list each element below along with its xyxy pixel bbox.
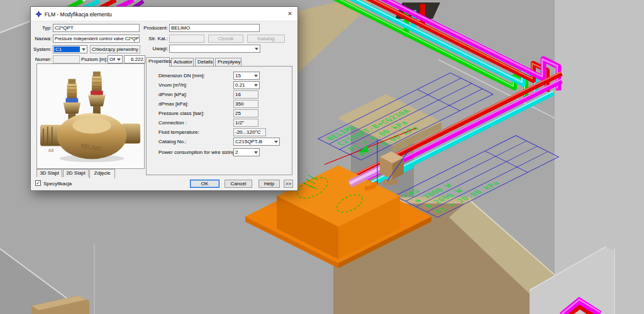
producent-field[interactable]: BELIMO	[169, 24, 260, 32]
flm-app-icon	[35, 11, 42, 18]
nazwa-label: Nazwa:	[33, 36, 52, 41]
property-label: dPmin [kPa]:	[158, 92, 187, 97]
tab-3d-slajd[interactable]: 3D Slajd	[36, 169, 62, 177]
ok-button[interactable]: OK	[190, 180, 219, 188]
katalog-button[interactable]: Katalog	[247, 35, 285, 43]
system-select[interactable]: C1	[53, 45, 87, 53]
chevron-down-icon	[254, 151, 258, 154]
tab-properties[interactable]: Properties	[146, 57, 170, 67]
tab-przeplywy[interactable]: Przepływy	[215, 58, 242, 66]
property-label: Pressure class [bar]:	[158, 111, 204, 116]
nazwa-field[interactable]: Pressure independent control valve C2*QP…	[53, 35, 140, 43]
property-label: Connection :	[158, 120, 187, 126]
property-label: Catalog No.:	[158, 139, 186, 144]
producent-label: Producent:	[140, 25, 168, 31]
chevron-down-icon	[255, 48, 258, 50]
system-label: System:	[33, 46, 52, 52]
uwagi-label: Uwagi:	[140, 46, 168, 51]
vnom-select[interactable]: 0.21	[233, 81, 260, 89]
dpmin-field: 16	[233, 90, 258, 99]
help-button[interactable]: Help	[258, 180, 280, 188]
chevron-down-icon	[254, 75, 258, 77]
property-label: Dimension DN [mm]:	[158, 73, 205, 78]
dimension-dn-select[interactable]: 15	[233, 72, 260, 80]
specyfikacja-label: Specyfikacja	[43, 181, 72, 187]
str-kat-field[interactable]	[169, 35, 204, 43]
property-label: dPmax [kPa]:	[158, 101, 189, 107]
close-icon[interactable]: ✕	[285, 9, 295, 19]
connection-field: 1/2"	[233, 119, 258, 127]
product-photo-frame: BELIMO A8	[36, 63, 145, 169]
property-label: Vnom [m³/h]:	[158, 82, 187, 88]
chevron-down-icon	[274, 141, 278, 143]
cancel-button[interactable]: Cancel	[225, 180, 252, 188]
system-description-field: Chłodzący pierwotny	[90, 45, 140, 53]
dpmax-field: 350	[233, 100, 258, 108]
poziom-ref-select[interactable]: OR	[108, 55, 123, 63]
more-button[interactable]: >>	[284, 180, 293, 188]
tab-actuator[interactable]: Actuator	[171, 58, 194, 66]
str-kat-label: Str. Kat.:	[140, 36, 168, 41]
typ-field[interactable]: C2*QPT	[53, 24, 140, 32]
cennik-button[interactable]: Cennik	[208, 35, 243, 43]
tab-details[interactable]: Details	[195, 58, 214, 66]
valve-marking: A8	[48, 148, 54, 153]
typ-label: Typ:	[33, 25, 52, 31]
poziom-label: Poziom [m]:	[81, 57, 106, 62]
catalog-no-select[interactable]: C215QPT-B	[233, 138, 280, 146]
valve-product-photo: BELIMO A8	[37, 64, 144, 168]
tab-zdjecie[interactable]: Zdjęcie	[89, 169, 115, 178]
application-window: BELIMO C215QPT-B+CQ230A P1 = 0.00 kPa P2…	[0, 0, 644, 314]
dialog-title: FLM - Modyfikacja elementu	[45, 11, 112, 18]
numer-label: Numer:	[33, 57, 52, 62]
poziom-value-field[interactable]: 6.222	[124, 55, 145, 63]
pressure-class-field: 25	[233, 109, 258, 117]
chevron-down-icon	[117, 58, 121, 61]
uwagi-combo[interactable]	[169, 45, 260, 53]
chevron-down-icon	[82, 48, 86, 51]
fluid-temperature-field: -20...120°C	[233, 128, 266, 136]
numer-field[interactable]	[53, 55, 80, 63]
tab-2d-slajd[interactable]: 2D Slajd	[63, 169, 89, 177]
property-label: Fluid temperature:	[158, 129, 199, 135]
specyfikacja-checkbox[interactable]	[35, 180, 41, 186]
power-consumption-select[interactable]: 2	[233, 148, 260, 156]
modify-element-dialog: FLM - Modyfikacja elementu ✕ Typ: C2*QPT…	[30, 6, 298, 191]
dialog-title-bar[interactable]: FLM - Modyfikacja elementu ✕	[31, 7, 297, 21]
chevron-down-icon	[254, 84, 258, 87]
